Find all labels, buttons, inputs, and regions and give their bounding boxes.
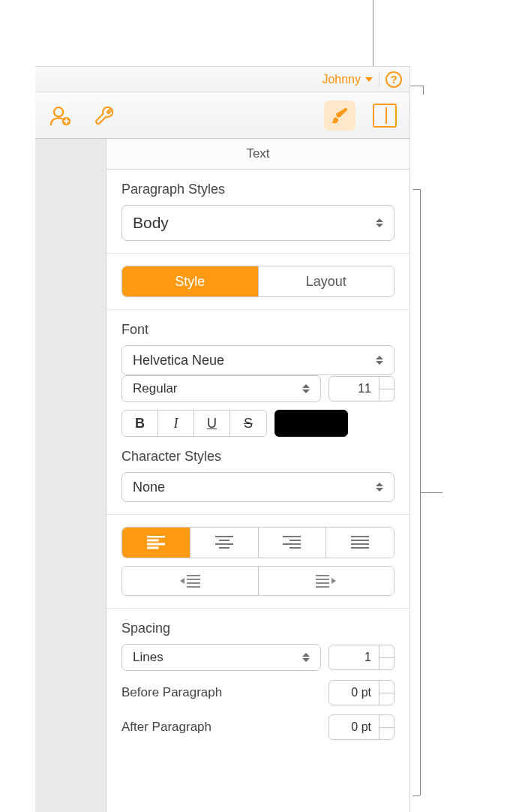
svg-rect-21 [187, 586, 200, 588]
character-styles-label: Character Styles [122, 449, 394, 465]
collaborate-icon [49, 104, 71, 127]
format-inspector-button[interactable] [324, 101, 356, 131]
font-family-select[interactable]: Helvetica Neue [122, 345, 394, 375]
after-paragraph-value: 0 pt [329, 715, 379, 739]
document-inspector-button[interactable] [369, 101, 400, 131]
chevron-updown-icon [376, 218, 383, 227]
window: Johnny ? [35, 66, 410, 812]
svg-rect-9 [219, 547, 230, 549]
paragraph-styles-section: Paragraph Styles Body [106, 170, 410, 254]
line-spacing-field[interactable]: 1 [328, 645, 394, 670]
svg-rect-13 [290, 547, 301, 549]
callout-bracket-bottom [412, 795, 420, 796]
character-style-select[interactable]: None [122, 472, 394, 502]
align-left-icon [147, 536, 165, 549]
align-right-icon [283, 536, 301, 549]
horizontal-align-group [122, 527, 394, 558]
callout-lead [420, 492, 442, 493]
align-right-button[interactable] [259, 528, 327, 558]
wrench-icon [94, 104, 116, 127]
svg-rect-14 [351, 536, 369, 537]
callout-tick-top-r [423, 86, 424, 95]
svg-rect-5 [147, 547, 158, 549]
align-justify-icon [351, 536, 369, 549]
chevron-down-icon [365, 77, 373, 82]
align-center-button[interactable] [190, 528, 259, 558]
outdent-icon [179, 574, 200, 588]
step-up-icon[interactable] [380, 645, 394, 658]
style-layout-tabs: Style Layout [122, 266, 394, 297]
user-name: Johnny [322, 73, 361, 86]
svg-rect-6 [215, 536, 233, 537]
spacing-label: Spacing [122, 621, 394, 636]
font-label: Font [122, 322, 394, 338]
font-typeface-value: Regular [133, 381, 178, 396]
underline-button[interactable]: U [194, 411, 230, 436]
font-family-value: Helvetica Neue [133, 353, 224, 368]
svg-rect-11 [290, 540, 301, 541]
font-typeface-select[interactable]: Regular [122, 375, 321, 402]
brush-icon [330, 106, 350, 125]
step-down-icon[interactable] [380, 658, 394, 670]
document-area [35, 139, 106, 812]
svg-rect-26 [316, 586, 329, 588]
step-down-icon[interactable] [380, 389, 394, 401]
svg-rect-25 [316, 582, 329, 584]
paragraph-style-select[interactable]: Body [122, 205, 394, 241]
callout-bracket-top [412, 189, 420, 190]
content-row: Text Paragraph Styles Body Style Layout [35, 139, 410, 812]
indent-icon [316, 574, 337, 588]
chevron-updown-icon [302, 384, 310, 393]
format-inspector: Text Paragraph Styles Body Style Layout [106, 139, 410, 812]
indent-button[interactable] [259, 567, 394, 595]
svg-rect-17 [351, 547, 369, 549]
titlebar: Johnny ? [35, 67, 410, 92]
strikethrough-button[interactable]: S [230, 411, 266, 436]
tab-layout[interactable]: Layout [259, 266, 394, 296]
chevron-updown-icon [302, 653, 310, 662]
after-paragraph-label: After Paragraph [122, 720, 212, 735]
svg-rect-19 [187, 579, 200, 580]
italic-button[interactable]: I [158, 411, 194, 436]
paragraph-style-value: Body [133, 214, 169, 232]
user-menu[interactable]: Johnny [322, 73, 373, 86]
svg-rect-23 [316, 575, 329, 576]
align-left-button[interactable] [122, 528, 190, 558]
font-size-value: 11 [329, 377, 379, 401]
svg-rect-15 [351, 540, 369, 541]
spacing-mode-select[interactable]: Lines [122, 644, 321, 671]
bold-button[interactable]: B [122, 411, 158, 436]
step-down-icon[interactable] [380, 728, 394, 740]
spacing-mode-value: Lines [133, 650, 164, 665]
align-justify-button[interactable] [326, 528, 394, 558]
character-style-value: None [133, 480, 165, 495]
step-up-icon[interactable] [380, 377, 394, 389]
step-down-icon[interactable] [380, 693, 394, 705]
paragraph-styles-label: Paragraph Styles [122, 182, 394, 197]
collaborate-button[interactable] [44, 101, 76, 131]
step-up-icon[interactable] [380, 715, 394, 728]
spacing-section: Spacing Lines 1 [106, 609, 410, 752]
text-color-well[interactable] [274, 410, 348, 437]
chevron-updown-icon [376, 356, 383, 365]
before-paragraph-stepper[interactable] [379, 681, 394, 705]
line-spacing-stepper[interactable] [379, 645, 394, 669]
after-paragraph-stepper[interactable] [379, 715, 394, 739]
svg-rect-16 [351, 543, 369, 545]
tab-style[interactable]: Style [122, 266, 259, 296]
help-button[interactable]: ? [386, 71, 402, 88]
outdent-button[interactable] [122, 567, 259, 595]
svg-rect-24 [316, 579, 329, 580]
font-size-stepper[interactable] [379, 377, 394, 401]
before-paragraph-field[interactable]: 0 pt [328, 680, 394, 705]
line-spacing-value: 1 [329, 645, 379, 669]
tools-button[interactable] [89, 101, 121, 131]
help-icon: ? [390, 73, 397, 86]
font-size-field[interactable]: 11 [328, 376, 394, 401]
svg-rect-8 [215, 543, 233, 545]
step-up-icon[interactable] [380, 681, 394, 693]
after-paragraph-field[interactable]: 0 pt [328, 714, 394, 740]
svg-rect-10 [283, 536, 301, 537]
svg-rect-3 [147, 540, 158, 541]
indent-group [122, 566, 394, 596]
